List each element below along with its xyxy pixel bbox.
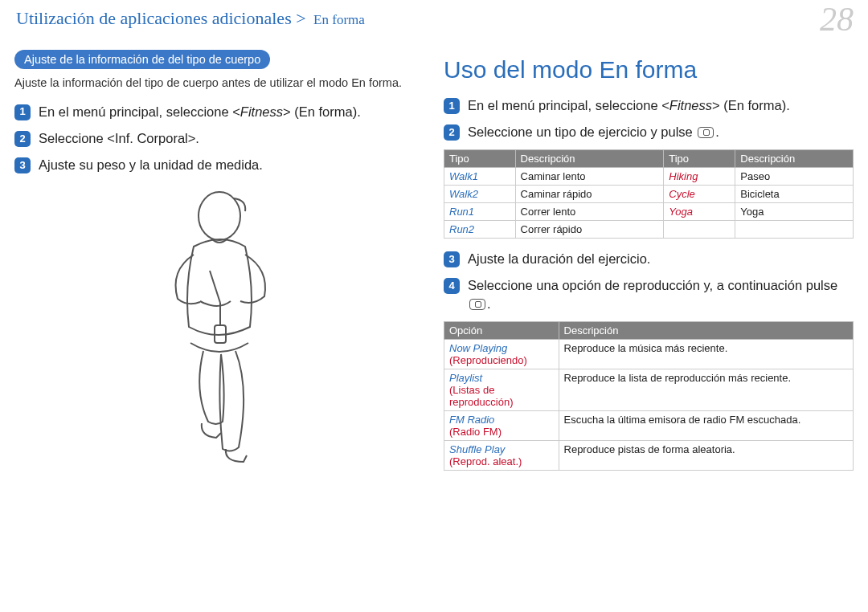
step-text: Seleccione un tipo de ejercicio y pulse <box>468 124 696 139</box>
right-column: Uso del modo En forma 1 En el menú princ… <box>444 50 854 482</box>
app-name: Fitness <box>240 104 283 119</box>
right-step-3: 3 Ajuste la duración del ejercicio. <box>444 250 854 268</box>
step-text: . <box>487 296 491 311</box>
table-row: FM Radio (Radio FM) Escucha la última em… <box>444 411 854 441</box>
step-number-icon: 3 <box>444 251 460 267</box>
left-step-2: 2 Seleccione <Inf. Corporal>. <box>14 129 424 148</box>
svg-line-3 <box>210 271 220 303</box>
page-number: 28 <box>820 0 854 39</box>
section-title: Ajuste de la información de del tipo de … <box>14 50 270 69</box>
playback-options-table: Opción Descripción Now Playing (Reproduc… <box>444 321 854 471</box>
table-row: Run1 Correr lento Yoga Yoga <box>444 203 854 221</box>
table-row: Shuffle Play (Reprod. aleat.) Reproduce … <box>444 441 854 471</box>
select-button-icon <box>698 127 714 138</box>
step-text: Seleccione <Inf. Corporal>. <box>39 129 199 148</box>
page-header: Utilización de aplicaciones adicionales … <box>0 0 868 42</box>
step-number-icon: 2 <box>444 124 460 141</box>
breadcrumb-sep: > <box>292 8 310 28</box>
table-row: Walk1 Caminar lento Hiking Paseo <box>444 168 854 186</box>
left-column: Ajuste de la información de del tipo de … <box>14 50 424 482</box>
step-number-icon: 3 <box>14 157 31 173</box>
step-number-icon: 1 <box>14 104 31 120</box>
select-button-icon <box>469 299 485 310</box>
left-step-1: 1 En el menú principal, seleccione <Fitn… <box>14 103 424 121</box>
left-step-3: 3 Ajuste su peso y la unidad de medida. <box>14 156 424 174</box>
step-number-icon: 4 <box>444 278 460 294</box>
step-text: > (En forma). <box>712 98 790 112</box>
step-text: . <box>715 124 719 139</box>
step-number-icon: 2 <box>14 131 31 147</box>
table-header: Tipo <box>664 150 735 168</box>
intro-text: Ajuste la información del tipo de cuerpo… <box>14 75 424 92</box>
table-row: Run2 Correr rápido <box>444 221 854 239</box>
step-number-icon: 1 <box>444 98 460 114</box>
table-header: Descripción <box>735 150 854 168</box>
right-step-4: 4 Seleccione una opción de reproducción … <box>444 276 854 313</box>
right-step-2: 2 Seleccione un tipo de ejercicio y puls… <box>444 123 854 141</box>
step-text: Ajuste la duración del ejercicio. <box>468 250 650 268</box>
step-text: Seleccione una opción de reproducción y,… <box>468 278 837 292</box>
step-text: > (En forma). <box>283 104 361 119</box>
step-text: En el menú principal, seleccione < <box>39 104 240 119</box>
main-heading: Uso del modo En forma <box>444 56 854 84</box>
right-step-1: 1 En el menú principal, seleccione <Fitn… <box>444 96 854 115</box>
table-header: Descripción <box>559 322 853 340</box>
breadcrumb-sub: En forma <box>313 12 365 27</box>
table-row: Now Playing (Reproduciendo) Reproduce la… <box>444 340 854 369</box>
table-header: Tipo <box>444 150 516 168</box>
app-name: Fitness <box>669 98 712 112</box>
runner-illustration <box>14 182 424 471</box>
table-header: Opción <box>444 322 559 340</box>
table-header: Descripción <box>515 150 664 168</box>
step-text: En el menú principal, seleccione < <box>468 98 669 112</box>
exercise-types-table: Tipo Descripción Tipo Descripción Walk1 … <box>444 149 854 239</box>
table-row: Walk2 Caminar rápido Cycle Bicicleta <box>444 186 854 203</box>
breadcrumb-main: Utilización de aplicaciones adicionales <box>16 8 292 28</box>
table-row: Playlist (Listas de reproducción) Reprod… <box>444 369 854 411</box>
step-text: Ajuste su peso y la unidad de medida. <box>39 156 263 174</box>
